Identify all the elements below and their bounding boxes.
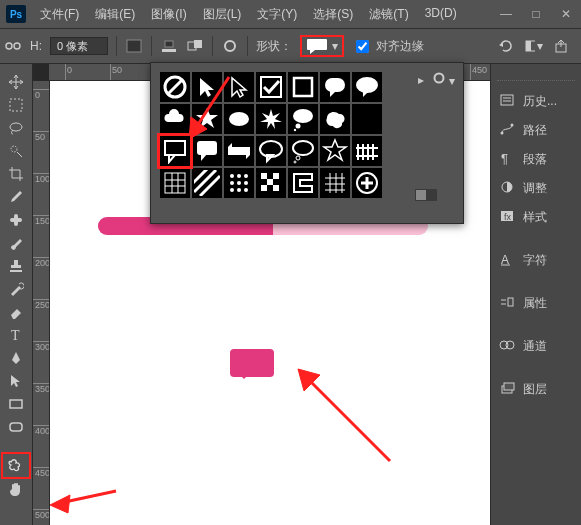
- shape-bubble-round[interactable]: [319, 71, 351, 103]
- menu-select[interactable]: 选择(S): [307, 2, 359, 27]
- shape-no[interactable]: [159, 71, 191, 103]
- stamp-tool[interactable]: [3, 254, 29, 277]
- speech-bubble-shape[interactable]: [230, 349, 274, 377]
- svg-point-16: [10, 123, 22, 131]
- menu-image[interactable]: 图像(I): [145, 2, 192, 27]
- reset-icon[interactable]: [497, 37, 515, 55]
- shape-plus[interactable]: [351, 167, 383, 199]
- adjust-icon: [499, 180, 515, 197]
- paragraph-icon: ¶: [499, 151, 515, 168]
- hand-tool[interactable]: [3, 477, 29, 500]
- menu-edit[interactable]: 编辑(E): [89, 2, 141, 27]
- shape-check[interactable]: [255, 71, 287, 103]
- menu-type[interactable]: 文字(Y): [251, 2, 303, 27]
- maximize-button[interactable]: □: [521, 2, 551, 26]
- shape-think2[interactable]: [287, 135, 319, 167]
- history-brush-tool[interactable]: [3, 277, 29, 300]
- panel-style[interactable]: fx样式: [491, 203, 581, 232]
- panel-layers[interactable]: 图层: [491, 375, 581, 404]
- annotation-arrow: [290, 361, 400, 471]
- panel-label: 路径: [523, 122, 547, 139]
- shape-maze[interactable]: [287, 167, 319, 199]
- brush-tool[interactable]: [3, 231, 29, 254]
- thumbnail-size-slider[interactable]: [415, 189, 437, 201]
- shape-blob[interactable]: [319, 103, 351, 135]
- eyedropper-tool[interactable]: [3, 185, 29, 208]
- share-icon[interactable]: [553, 37, 571, 55]
- svg-point-92: [237, 181, 241, 185]
- shape-think[interactable]: [287, 103, 319, 135]
- workspace-icon[interactable]: ▾: [525, 37, 543, 55]
- shape-burst2[interactable]: [255, 103, 287, 135]
- svg-rect-13: [526, 41, 531, 51]
- panel-history[interactable]: 历史...: [491, 87, 581, 116]
- fill-swatch-icon[interactable]: [125, 37, 143, 55]
- lasso-tool[interactable]: [3, 116, 29, 139]
- shape-square[interactable]: [287, 71, 319, 103]
- custom-shape-tool[interactable]: [3, 454, 29, 477]
- healing-tool[interactable]: [3, 208, 29, 231]
- menu-3d[interactable]: 3D(D): [419, 2, 463, 27]
- shape-grid[interactable]: [159, 167, 191, 199]
- flyout-arrow-icon[interactable]: ▸: [418, 73, 424, 87]
- shape-burst[interactable]: [191, 103, 223, 135]
- panel-adjust[interactable]: 调整: [491, 174, 581, 203]
- shape-checker[interactable]: [255, 167, 287, 199]
- flyout-gear-icon[interactable]: ▾: [432, 71, 455, 88]
- rounded-rect-tool[interactable]: [3, 415, 29, 438]
- align-edges-checkbox[interactable]: 对齐边缘: [352, 37, 424, 56]
- pathops-icon[interactable]: [186, 37, 204, 55]
- menu-file[interactable]: 文件(F): [34, 2, 85, 27]
- shape-talk-oval[interactable]: [255, 135, 287, 167]
- svg-marker-47: [200, 78, 214, 97]
- menu-filter[interactable]: 滤镜(T): [363, 2, 414, 27]
- panel-props[interactable]: 属性: [491, 289, 581, 318]
- align-edges-input[interactable]: [356, 40, 369, 53]
- svg-rect-101: [273, 185, 279, 191]
- svg-point-40: [506, 341, 514, 349]
- svg-line-46: [168, 80, 182, 94]
- minimize-button[interactable]: —: [491, 2, 521, 26]
- shape-stripes[interactable]: [191, 167, 223, 199]
- shape-talk-soft[interactable]: [191, 135, 223, 167]
- path-select-tool[interactable]: [3, 369, 29, 392]
- height-input[interactable]: [50, 37, 108, 55]
- shape-dots[interactable]: [223, 167, 255, 199]
- shape-fence[interactable]: [351, 135, 383, 167]
- svg-point-59: [296, 124, 301, 129]
- svg-point-71: [296, 156, 300, 160]
- svg-rect-1: [14, 43, 20, 49]
- quick-select-tool[interactable]: [3, 139, 29, 162]
- panel-channel[interactable]: 通道: [491, 332, 581, 361]
- shape-cursor[interactable]: [191, 71, 223, 103]
- type-tool[interactable]: T: [3, 323, 29, 346]
- svg-rect-51: [325, 78, 345, 92]
- pen-tool[interactable]: [3, 346, 29, 369]
- shape-banner[interactable]: [223, 135, 255, 167]
- svg-line-27: [60, 491, 116, 503]
- panel-paragraph[interactable]: ¶段落: [491, 145, 581, 174]
- shape-bubble-oval[interactable]: [351, 71, 383, 103]
- shape-grid2[interactable]: [319, 167, 351, 199]
- crop-tool[interactable]: [3, 162, 29, 185]
- align-icon[interactable]: [160, 37, 178, 55]
- shape-picker[interactable]: ▾: [300, 35, 344, 57]
- shape-cloud[interactable]: [159, 103, 191, 135]
- shape-cursor2[interactable]: [223, 71, 255, 103]
- move-tool[interactable]: [3, 70, 29, 93]
- panel-path[interactable]: 路径: [491, 116, 581, 145]
- gear-icon[interactable]: [221, 37, 239, 55]
- shape-talk-rect[interactable]: [159, 135, 191, 167]
- menu-layer[interactable]: 图层(L): [197, 2, 248, 27]
- svg-point-70: [293, 141, 313, 155]
- shape-burst3[interactable]: [319, 135, 351, 167]
- shape-flyout[interactable]: ▸ ▾: [150, 62, 464, 224]
- rectangle-tool[interactable]: [3, 392, 29, 415]
- shape-ellipse[interactable]: [223, 103, 255, 135]
- close-button[interactable]: ✕: [551, 2, 581, 26]
- marquee-tool[interactable]: [3, 93, 29, 116]
- eraser-tool[interactable]: [3, 300, 29, 323]
- shape-blank[interactable]: [351, 103, 383, 135]
- panel-char[interactable]: A字符: [491, 246, 581, 275]
- link-icon[interactable]: [4, 37, 22, 55]
